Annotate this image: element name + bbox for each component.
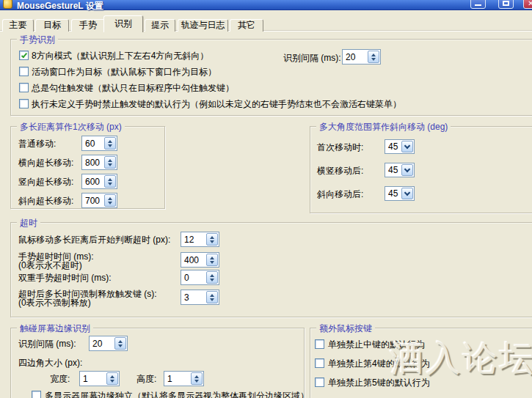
maximize-icon (503, 1, 509, 6)
window-title: MouseGestureL 设置 (17, 0, 103, 12)
spinner-buttons[interactable] (104, 175, 116, 188)
spinner-buttons[interactable] (368, 51, 379, 63)
spinner-value[interactable]: 800 (82, 155, 103, 169)
corner-height-spinner[interactable]: 1 (164, 371, 204, 386)
combo-dropdown-button[interactable] (401, 141, 413, 152)
horizontal-long-move-spinner[interactable]: 800 (81, 155, 117, 170)
tab-target[interactable]: 目标 (35, 19, 69, 32)
spinner-down-icon[interactable] (194, 380, 199, 383)
spinner-down-icon[interactable] (108, 144, 112, 147)
spinner-up-icon[interactable] (210, 294, 214, 297)
spinner-buttons[interactable] (114, 337, 126, 350)
hv-move-angle-combo[interactable]: 45 (385, 163, 415, 177)
spinner-buttons[interactable] (206, 271, 218, 284)
spinner-down-icon[interactable] (210, 261, 214, 264)
combo-value[interactable]: 45 (385, 187, 401, 200)
spinner-buttons[interactable] (106, 372, 118, 385)
spinner-up-icon[interactable] (210, 257, 214, 259)
double-gesture-timeout-spinner[interactable]: 0 (181, 270, 219, 285)
checkbox-active-window-target[interactable] (19, 67, 29, 76)
spinner-down-icon[interactable] (110, 380, 114, 383)
spinner-up-icon[interactable] (210, 274, 214, 277)
spinner-value[interactable]: 3 (181, 290, 205, 304)
timeout-judge-distance-spinner[interactable]: 12 (181, 232, 219, 247)
maximize-button[interactable] (498, 0, 514, 9)
spinner-buttons[interactable] (206, 254, 218, 266)
spinner-down-icon[interactable] (108, 202, 112, 204)
spinner-up-icon[interactable] (371, 54, 376, 56)
corner-width-label: 宽度: (50, 374, 70, 384)
spinner-value[interactable]: 0 (181, 270, 205, 284)
corner-width-spinner[interactable]: 1 (79, 371, 120, 386)
diagonal-move-angle-combo[interactable]: 45 (385, 186, 415, 201)
spinner-up-icon[interactable] (108, 178, 112, 181)
spinner-up-icon[interactable] (110, 375, 114, 378)
spinner-buttons[interactable] (104, 156, 116, 169)
screen-edge-group: 触碰屏幕边缘识别 识别间隔 (ms): 20 四边角大小 (px): 宽度: 1… (10, 328, 305, 398)
spinner-buttons[interactable] (104, 194, 116, 207)
spinner-up-icon[interactable] (108, 159, 112, 162)
spinner-value[interactable]: 60 (82, 136, 103, 150)
minimize-button[interactable] (470, 0, 486, 9)
checkbox-always-hook-trigger[interactable] (19, 83, 29, 92)
spinner-buttons[interactable] (206, 291, 218, 303)
spinner-down-icon[interactable] (371, 58, 376, 61)
checkbox-disable-button4[interactable] (315, 358, 324, 368)
spinner-down-icon[interactable] (210, 240, 214, 243)
spinner-up-icon[interactable] (108, 197, 112, 200)
checkbox-disable-middle-button[interactable] (315, 339, 324, 349)
combo-value[interactable]: 45 (385, 163, 401, 177)
spinner-value[interactable]: 700 (82, 194, 103, 207)
checkbox-block-undefined-gesture[interactable] (19, 99, 29, 108)
group-title: 超时 (17, 217, 40, 229)
edge-interval-label: 识别间隔 (ms): (18, 339, 76, 349)
hv-move-angle-label: 横竖移动后: (317, 166, 363, 176)
edge-interval-spinner[interactable]: 20 (89, 336, 128, 351)
tab-gesture[interactable]: 手势 (71, 19, 105, 32)
spinner-up-icon[interactable] (108, 140, 112, 143)
force-release-spinner[interactable]: 3 (181, 290, 219, 305)
combo-dropdown-button[interactable] (401, 188, 413, 199)
spinner-value[interactable]: 1 (80, 372, 106, 386)
tab-main[interactable]: 主要 (2, 19, 34, 32)
horizontal-long-move-label: 横向超长移动: (18, 158, 73, 168)
chevron-down-icon (404, 189, 410, 195)
combo-value[interactable]: 45 (385, 140, 401, 153)
spinner-up-icon[interactable] (210, 236, 214, 239)
spinner-value[interactable]: 20 (343, 50, 367, 64)
spinner-down-icon[interactable] (210, 279, 214, 281)
close-button[interactable]: ✕ (523, 0, 532, 9)
spinner-value[interactable]: 600 (82, 174, 103, 188)
tab-other[interactable]: 其它 (230, 19, 263, 32)
spinner-value[interactable]: 1 (164, 372, 190, 386)
spinner-down-icon[interactable] (108, 163, 112, 166)
spinner-buttons[interactable] (191, 372, 203, 385)
spinner-value[interactable]: 12 (181, 232, 205, 246)
checkbox-8-direction-mode[interactable] (19, 51, 29, 60)
check-icon (21, 52, 27, 59)
spinner-buttons[interactable] (206, 233, 218, 246)
spinner-down-icon[interactable] (118, 344, 123, 347)
spinner-up-icon[interactable] (118, 340, 123, 343)
tab-trail-log[interactable]: 轨迹与日志 (178, 19, 228, 32)
vertical-long-move-spinner[interactable]: 600 (81, 174, 117, 189)
diagonal-long-move-spinner[interactable]: 700 (81, 193, 117, 208)
spinner-value[interactable]: 20 (90, 336, 114, 350)
tab-recognition[interactable]: 识别 (103, 15, 143, 32)
spinner-value[interactable]: 400 (181, 253, 205, 267)
checkbox-multi-monitor-edge[interactable] (32, 391, 41, 398)
spinner-down-icon[interactable] (210, 298, 214, 301)
spinner-buttons[interactable] (104, 137, 116, 150)
gesture-timeout-spinner[interactable]: 400 (181, 252, 219, 268)
first-move-angle-combo[interactable]: 45 (385, 139, 415, 154)
tab-hint[interactable]: 提示 (145, 19, 175, 32)
checkbox-label: 总是勾住触发键（默认只在目标程序中勾住触发键） (32, 83, 234, 93)
recognition-interval-spinner[interactable]: 20 (342, 49, 381, 65)
normal-move-spinner[interactable]: 60 (81, 136, 117, 151)
title-bar: MouseGestureL 设置 ✕ (0, 0, 532, 10)
checkbox-disable-button5[interactable] (315, 377, 324, 387)
group-title: 手势识别 (17, 34, 58, 46)
spinner-down-icon[interactable] (108, 183, 112, 185)
combo-dropdown-button[interactable] (401, 164, 413, 176)
spinner-up-icon[interactable] (194, 375, 199, 378)
